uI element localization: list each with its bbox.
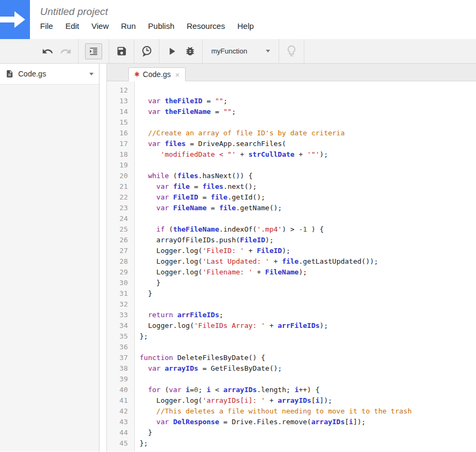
line-number[interactable]: 36 — [107, 342, 135, 353]
line-number[interactable]: 26 — [107, 235, 135, 246]
line-number[interactable]: 27 — [107, 246, 135, 256]
code-line[interactable]: 20 while (files.hasNext()) { — [107, 171, 476, 181]
code-line[interactable]: 37function DeleteFilesByDate() { — [107, 353, 476, 363]
code-line[interactable]: 45}; — [107, 438, 476, 449]
code-line[interactable]: 12 — [107, 85, 476, 96]
line-number[interactable]: 38 — [107, 363, 135, 374]
code-line[interactable]: 31 } — [107, 288, 476, 299]
line-number[interactable]: 21 — [107, 181, 135, 192]
line-number[interactable]: 13 — [107, 96, 135, 106]
line-number[interactable]: 28 — [107, 256, 135, 267]
toolbar-separator — [78, 39, 79, 63]
code-line[interactable]: 36 — [107, 342, 476, 353]
hints-button[interactable] — [282, 39, 301, 63]
line-number[interactable]: 39 — [107, 374, 135, 385]
file-item-codegs[interactable]: Code.gs — [0, 64, 99, 85]
toolbar-separator — [159, 39, 159, 63]
menu-file[interactable]: File — [40, 21, 53, 30]
code-line[interactable]: 28 Logger.log('Last Updated: ' + file.ge… — [107, 256, 476, 267]
code-line[interactable]: 35}; — [107, 331, 476, 342]
code-line[interactable]: 34 Logger.log('FileIDs Array: ' + arrFil… — [107, 320, 476, 331]
line-number[interactable]: 14 — [107, 106, 135, 117]
code-line[interactable]: 38 var arrayIDs = GetFilesByDate(); — [107, 363, 476, 374]
code-line[interactable]: 40 for (var i=0; i < arrayIDs.length; i+… — [107, 385, 476, 395]
code-line[interactable]: 27 Logger.log('FileID: ' + FileID); — [107, 246, 476, 256]
code-line[interactable]: 17 var files = DriveApp.searchFiles( — [107, 139, 476, 149]
toolbar-separator — [109, 39, 109, 63]
code-line[interactable]: 43 var DelResponse = Drive.Files.remove(… — [107, 417, 476, 427]
undo-button[interactable] — [39, 39, 57, 63]
line-number[interactable]: 19 — [107, 160, 135, 171]
code-line[interactable]: 30 } — [107, 278, 476, 288]
line-number[interactable]: 20 — [107, 171, 135, 181]
triggers-button[interactable] — [137, 39, 156, 63]
line-number[interactable]: 30 — [107, 278, 135, 288]
code-line[interactable]: 15 — [107, 117, 476, 128]
indentation-toggle-button[interactable] — [85, 43, 102, 59]
function-selector[interactable]: myFunction — [206, 39, 275, 63]
code-line[interactable]: 19 — [107, 160, 476, 171]
code-line[interactable]: 21 var file = files.next(); — [107, 181, 476, 192]
code-line[interactable]: 26 arrayOfFileIDs.push(FileID); — [107, 235, 476, 246]
line-number[interactable]: 43 — [107, 417, 135, 427]
line-number[interactable]: 17 — [107, 139, 135, 149]
menu-run[interactable]: Run — [121, 21, 136, 30]
panel-resizer[interactable] — [99, 64, 106, 451]
debug-button[interactable] — [181, 39, 199, 63]
line-number[interactable]: 37 — [107, 353, 135, 363]
code-line[interactable]: 39 — [107, 374, 476, 385]
line-number[interactable]: 12 — [107, 85, 135, 96]
line-number[interactable]: 45 — [107, 438, 135, 449]
code-line[interactable]: 44 } — [107, 427, 476, 438]
line-number[interactable]: 32 — [107, 299, 135, 310]
line-number[interactable]: 33 — [107, 310, 135, 320]
tab-codegs[interactable]: ✱ Code.gs × — [128, 67, 186, 81]
code-editor[interactable]: 1213 var theFileID = "";14 var theFileNa… — [107, 81, 476, 451]
code-line[interactable]: 41 Logger.log('arrayIDs[i]: ' + arrayIDs… — [107, 395, 476, 406]
line-number[interactable]: 42 — [107, 406, 135, 417]
code-text: var DelResponse = Drive.Files.remove(arr… — [135, 417, 366, 427]
menu-view[interactable]: View — [91, 21, 109, 30]
code-line[interactable]: 22 var FileID = file.getId(); — [107, 192, 476, 203]
line-number[interactable]: 16 — [107, 128, 135, 139]
editor-panel: ✱ Code.gs × 1213 var theFileID = "";14 v… — [106, 64, 476, 451]
menu-help[interactable]: Help — [237, 21, 254, 30]
code-text: while (files.hasNext()) { — [135, 171, 252, 181]
line-number[interactable]: 40 — [107, 385, 135, 395]
menu-publish[interactable]: Publish — [148, 21, 174, 30]
code-line[interactable]: 18 'modifiedDate < "' + strCullDate + '"… — [107, 149, 476, 160]
code-text — [135, 342, 140, 353]
code-line[interactable]: 25 if (theFileName.indexOf('.mp4') > -1 … — [107, 224, 476, 235]
line-number[interactable]: 31 — [107, 288, 135, 299]
code-line[interactable]: 14 var theFileName = ""; — [107, 106, 476, 117]
line-number[interactable]: 29 — [107, 267, 135, 278]
code-line[interactable]: 23 var FileName = file.getName(); — [107, 203, 476, 213]
line-number[interactable]: 23 — [107, 203, 135, 213]
code-line[interactable]: 13 var theFileID = ""; — [107, 96, 476, 106]
line-number[interactable]: 35 — [107, 331, 135, 342]
line-number[interactable]: 15 — [107, 117, 135, 128]
line-number[interactable]: 41 — [107, 395, 135, 406]
code-line[interactable]: 33 return arrFileIDs; — [107, 310, 476, 320]
code-line[interactable]: 32 — [107, 299, 476, 310]
close-icon[interactable]: × — [175, 70, 180, 79]
code-text: if (theFileName.indexOf('.mp4') > -1 ) { — [135, 224, 324, 235]
menu-resources[interactable]: Resources — [187, 21, 225, 30]
redo-button[interactable] — [57, 39, 75, 63]
line-number[interactable]: 34 — [107, 320, 135, 331]
save-button[interactable] — [112, 39, 130, 63]
run-button[interactable] — [163, 39, 181, 63]
menu-edit[interactable]: Edit — [65, 21, 79, 30]
line-number[interactable]: 22 — [107, 192, 135, 203]
code-line[interactable]: 29 Logger.log('Filename: ' + FileName); — [107, 267, 476, 278]
code-line[interactable]: 42 //This deletes a file without needing… — [107, 406, 476, 417]
line-number[interactable]: 25 — [107, 224, 135, 235]
code-line[interactable]: 16 //Create an array of file ID's by dat… — [107, 128, 476, 139]
code-line[interactable]: 24 — [107, 213, 476, 224]
line-number[interactable]: 24 — [107, 213, 135, 224]
line-number[interactable]: 18 — [107, 149, 135, 160]
file-menu-chevron-icon[interactable] — [89, 73, 94, 75]
lightbulb-icon — [285, 44, 298, 58]
line-number[interactable]: 44 — [107, 427, 135, 438]
project-title[interactable]: Untitled project — [40, 6, 266, 18]
